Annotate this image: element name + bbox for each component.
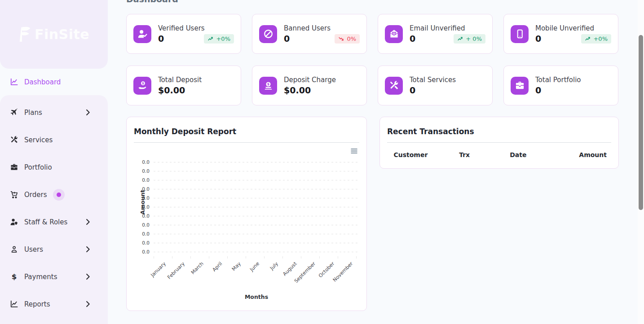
- gridline: [154, 216, 359, 216]
- stat-card: Mobile Unverified 0 +0%: [503, 14, 618, 54]
- chart-grid: 0.0 0.0 0.0: [134, 158, 359, 256]
- mobile-icon: [515, 29, 525, 39]
- finsite-leaf-logo-icon: [18, 26, 32, 43]
- user-check-icon: [137, 29, 148, 39]
- x-tick-label: March: [190, 261, 204, 276]
- x-tick-label: April: [211, 261, 223, 273]
- stat-title: Total Deposit: [158, 76, 234, 84]
- stat-title: Total Portfolio: [535, 76, 611, 84]
- stat-value: $0.00: [284, 85, 311, 95]
- page-title: Dashboard: [126, 0, 644, 4]
- chevron-right-icon: [84, 245, 92, 254]
- chevron-right-icon: [84, 108, 92, 117]
- user-icon: [10, 245, 18, 254]
- svg-text:$: $: [267, 82, 269, 86]
- x-tick-label: June: [249, 261, 260, 272]
- tools-icon: [10, 136, 18, 144]
- stat-card: Total Portfolio 0: [503, 66, 618, 105]
- y-tick-label: 0.0: [134, 249, 154, 254]
- scrollbar-thumb[interactable]: [639, 35, 643, 210]
- y-tick-label: 0.0: [134, 222, 154, 228]
- plane-icon: [10, 108, 18, 117]
- y-tick-label: 0.0: [134, 159, 154, 165]
- stat-title: Email Unverified: [410, 24, 485, 32]
- sidebar-item[interactable]: Users: [0, 236, 108, 263]
- stat-cards-grid: Verified Users 0 +0% B: [126, 14, 619, 105]
- stat-icon-tile: [385, 77, 403, 95]
- trend-badge: +0%: [204, 34, 234, 44]
- sidebar-item[interactable]: $ Payments: [0, 263, 108, 290]
- monthly-deposit-report-card: Monthly Deposit Report Amount 0.0: [126, 117, 367, 311]
- recent-transactions-card: Recent Transactions Customer Trx Date Am…: [379, 117, 619, 169]
- cart-icon: [10, 190, 18, 199]
- sidebar-item-dashboard[interactable]: Dashboard: [0, 69, 108, 95]
- chevron-right-icon: [84, 272, 92, 281]
- stat-icon-tile: $: [259, 77, 277, 95]
- stat-title: Deposit Charge: [284, 76, 360, 84]
- gridline: [154, 189, 359, 189]
- chart-line-icon: [10, 300, 18, 308]
- sidebar-item-label: Staff & Roles: [24, 218, 67, 226]
- trend-up-icon: [207, 35, 214, 42]
- gridline: [154, 252, 359, 252]
- svg-text:$: $: [12, 272, 17, 281]
- orders-notification-badge: [53, 189, 65, 201]
- chart-menu-icon[interactable]: [350, 147, 358, 155]
- x-tick-label: January: [150, 261, 167, 278]
- y-tick-label: 0.0: [134, 231, 154, 236]
- trend-badge-text: +0%: [216, 35, 230, 42]
- gridline: [154, 171, 359, 171]
- sidebar-item[interactable]: Staff & Roles: [0, 208, 108, 236]
- sidebar-item[interactable]: Reports: [0, 290, 108, 318]
- gridline: [154, 207, 359, 207]
- stat-card: $ Deposit Charge $0.00: [252, 66, 367, 105]
- chart-title: Monthly Deposit Report: [134, 127, 359, 136]
- stat-value: 0: [535, 34, 541, 44]
- stat-value: 0: [158, 34, 164, 44]
- stat-icon-tile: [511, 25, 529, 43]
- trend-up-icon: [585, 35, 591, 42]
- sidebar-item-label: Orders: [24, 191, 47, 199]
- tools-icon: [389, 80, 399, 91]
- trend-down-icon: [338, 35, 345, 42]
- transactions-column-header: Date: [495, 151, 542, 158]
- transactions-column-header: Trx: [434, 151, 495, 158]
- coin-slot-icon: $: [263, 80, 273, 91]
- trend-badge: +0%: [581, 34, 611, 44]
- x-axis-labels: January February March April May June Ju…: [154, 258, 359, 286]
- stat-value: 0: [284, 34, 290, 44]
- trend-badge: + 0%: [454, 34, 485, 44]
- transactions-column-header: Customer: [387, 151, 434, 158]
- sidebar-item-label: Dashboard: [24, 78, 61, 86]
- trend-badge-text: 0%: [347, 35, 356, 42]
- stat-icon-tile: $: [133, 77, 151, 95]
- sidebar-item[interactable]: Orders: [0, 181, 108, 208]
- y-tick-label: 0.0: [134, 240, 154, 245]
- sidebar-menu: Plans Services Portfolio Orders: [0, 95, 108, 324]
- app-logo-text: FinSite: [35, 26, 89, 42]
- trend-badge-text: +0%: [593, 35, 608, 42]
- sidebar-item-label: Services: [24, 136, 53, 144]
- x-tick-label: May: [230, 261, 242, 272]
- divider: [134, 142, 359, 143]
- stat-card: Email Unverified 0 + 0%: [378, 14, 493, 54]
- stat-value: $0.00: [158, 85, 185, 95]
- x-axis-title: Months: [154, 293, 359, 300]
- app-logo[interactable]: FinSite: [0, 0, 108, 69]
- sidebar-item[interactable]: Portfolio: [0, 153, 108, 181]
- x-tick-label: July: [269, 261, 279, 271]
- stat-value: 0: [410, 85, 415, 95]
- y-tick-label: 0.0: [134, 177, 154, 183]
- gridline: [154, 180, 359, 180]
- sidebar-item[interactable]: Services: [0, 126, 108, 153]
- divider: [387, 142, 611, 143]
- main-content: Dashboard Verified Users 0 +0%: [108, 0, 644, 324]
- monthly-deposit-chart: Amount 0.0 0.0: [134, 158, 359, 300]
- gridline: [154, 225, 359, 225]
- sidebar-item-label: Reports: [24, 300, 50, 308]
- gridline: [154, 234, 359, 234]
- stat-icon-tile: [259, 25, 277, 43]
- stat-title: Total Services: [410, 76, 485, 84]
- sidebar-item[interactable]: Plans: [0, 99, 108, 126]
- trend-badge-text: + 0%: [466, 35, 482, 42]
